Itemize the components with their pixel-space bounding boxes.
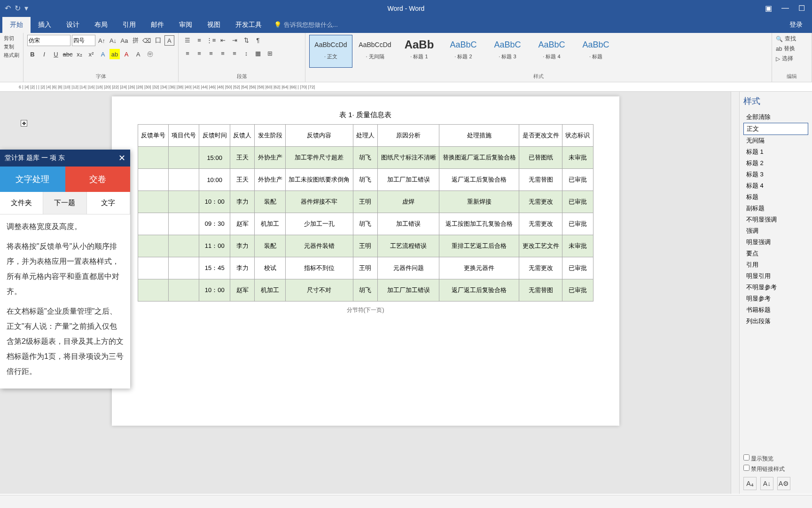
table-cell[interactable]: 返厂返工后复验合格: [439, 279, 519, 302]
distribute-icon[interactable]: ≡: [229, 48, 240, 58]
table-cell[interactable]: 李力: [230, 257, 254, 279]
tab-text-processing[interactable]: 文字处理: [0, 167, 65, 192]
tab-邮件[interactable]: 邮件: [143, 17, 172, 33]
dec-indent-icon[interactable]: ⇤: [218, 35, 228, 45]
table-cell[interactable]: [168, 257, 199, 279]
style-标题 1[interactable]: AaBb· 标题 1: [398, 35, 441, 68]
select-button[interactable]: ▷选择: [776, 55, 808, 63]
table-cell[interactable]: 胡飞: [353, 169, 377, 191]
tab-视图[interactable]: 视图: [200, 17, 228, 33]
table-cell[interactable]: 15:00: [199, 147, 230, 169]
sort-icon[interactable]: ⇅: [241, 35, 251, 45]
table-header[interactable]: 项目代号: [168, 125, 199, 147]
table-header[interactable]: 处理人: [353, 125, 377, 147]
close-icon[interactable]: ✕: [118, 153, 125, 163]
tab-开发工具[interactable]: 开发工具: [228, 17, 269, 33]
table-cell[interactable]: 王天: [230, 169, 254, 191]
find-button[interactable]: 🔍查找: [776, 35, 808, 43]
style-标题 3[interactable]: AaBbC· 标题 3: [486, 35, 529, 68]
style-pane-item[interactable]: 标题 2: [743, 158, 808, 169]
style-pane-item[interactable]: 全部清除: [743, 111, 808, 123]
tab-开始[interactable]: 开始: [2, 17, 31, 33]
table-cell[interactable]: 更改工艺文件: [519, 235, 562, 257]
char-shading-icon[interactable]: A: [133, 49, 143, 59]
highlight-icon[interactable]: ab: [109, 49, 120, 59]
table-cell[interactable]: [168, 169, 199, 191]
shrink-font-icon[interactable]: A↓: [108, 35, 118, 46]
table-cell[interactable]: 重排工艺返工后合格: [439, 235, 519, 257]
table-cell[interactable]: 少加工一孔: [285, 213, 353, 235]
table-cell[interactable]: 已审批: [562, 191, 593, 213]
table-cell[interactable]: 更换元器件: [439, 257, 519, 279]
style-pane-item[interactable]: 不明显强调: [743, 214, 808, 225]
table-cell[interactable]: 元器件问题: [378, 257, 439, 279]
table-header[interactable]: 反馈内容: [285, 125, 353, 147]
numbering-icon[interactable]: ≡: [194, 35, 204, 45]
show-preview-checkbox[interactable]: 显示预览: [743, 454, 808, 463]
clear-format-icon[interactable]: ⌫: [142, 35, 152, 46]
align-center-icon[interactable]: ≡: [194, 48, 204, 58]
table-cell[interactable]: [168, 235, 199, 257]
table-cell[interactable]: 王明: [353, 191, 377, 213]
style-pane-item[interactable]: 标题 1: [743, 146, 808, 158]
qat-dropdown-icon[interactable]: ▾: [24, 4, 28, 13]
bold-icon[interactable]: B: [27, 49, 38, 59]
copy-button[interactable]: 复制: [4, 43, 19, 50]
style-pane-item[interactable]: 书籍标题: [743, 304, 808, 316]
table-row[interactable]: 15:00王天外协生产加工零件尺寸超差胡飞图纸尺寸标注不清晰替换图返厂返工后复验…: [138, 147, 593, 169]
tab-设计[interactable]: 设计: [59, 17, 87, 33]
table-cell[interactable]: 无需更改: [519, 213, 562, 235]
italic-icon[interactable]: I: [39, 49, 49, 59]
table-cell[interactable]: 无需更改: [519, 257, 562, 279]
grow-font-icon[interactable]: A↑: [97, 35, 107, 46]
table-header[interactable]: 处理措施: [439, 125, 519, 147]
vertical-scrollbar[interactable]: [731, 92, 739, 494]
style-inspector-icon[interactable]: A↓: [760, 477, 773, 490]
align-right-icon[interactable]: ≡: [206, 48, 216, 58]
table-cell[interactable]: 替换图返厂返工后复验合格: [439, 147, 519, 169]
redo-icon[interactable]: ↻: [15, 4, 21, 13]
inc-indent-icon[interactable]: ⇥: [229, 35, 240, 45]
phonetic-icon[interactable]: 拼: [131, 35, 141, 46]
table-cell[interactable]: 赵军: [230, 279, 254, 302]
next-question-button[interactable]: 下一题: [43, 192, 86, 214]
table-cell[interactable]: 赵军: [230, 213, 254, 235]
table-cell[interactable]: [168, 213, 199, 235]
table-cell[interactable]: 外协生产: [255, 169, 285, 191]
table-cell[interactable]: 加工错误: [378, 213, 439, 235]
shading-icon[interactable]: ▦: [253, 48, 263, 58]
table-cell[interactable]: 尺寸不对: [285, 279, 353, 302]
overlay-titlebar[interactable]: 堂计算 题库 一 项 东 ✕: [0, 150, 130, 167]
table-cell[interactable]: 装配: [255, 191, 285, 213]
style-正文[interactable]: AaBbCcDd· 正文: [309, 35, 352, 68]
table-cell[interactable]: [138, 147, 168, 169]
quality-table[interactable]: 反馈单号项目代号反馈时间反馈人发生阶段反馈内容处理人原因分析处理措施是否更改文件…: [138, 124, 593, 302]
table-header[interactable]: 反馈单号: [138, 125, 168, 147]
table-cell[interactable]: 元器件装错: [285, 235, 353, 257]
table-move-handle[interactable]: ✥: [21, 120, 27, 127]
table-cell[interactable]: 图纸尺寸标注不清晰: [378, 147, 439, 169]
table-cell[interactable]: 无需替图: [519, 169, 562, 191]
enclose-icon[interactable]: 囗: [153, 35, 163, 46]
table-cell[interactable]: 09：30: [199, 213, 230, 235]
undo-icon[interactable]: ↶: [5, 4, 11, 13]
style-pane-item[interactable]: 明显引用: [743, 270, 808, 282]
table-cell[interactable]: 王天: [230, 147, 254, 169]
line-spacing-icon[interactable]: ↕: [241, 48, 251, 58]
align-left-icon[interactable]: ≡: [182, 48, 193, 58]
font-color-icon[interactable]: A: [121, 49, 132, 59]
table-cell[interactable]: 机加工: [255, 279, 285, 302]
font-name-select[interactable]: [27, 35, 70, 46]
new-style-icon[interactable]: A₄: [743, 477, 757, 490]
table-header[interactable]: 反馈时间: [199, 125, 230, 147]
minimize-icon[interactable]: —: [781, 4, 789, 13]
table-cell[interactable]: [138, 213, 168, 235]
table-cell[interactable]: 无需替图: [519, 279, 562, 302]
table-row[interactable]: 15：45李力校试指标不到位王明元器件问题更换元器件无需更改已审批: [138, 257, 593, 279]
style-pane-item[interactable]: 标题 3: [743, 169, 808, 180]
show-marks-icon[interactable]: ¶: [253, 35, 263, 45]
table-cell[interactable]: 加工零件尺寸超差: [285, 147, 353, 169]
style-pane-item[interactable]: 标题 4: [743, 180, 808, 191]
tell-me-input[interactable]: 💡 告诉我您想做什么...: [274, 21, 338, 29]
table-cell[interactable]: 王明: [353, 235, 377, 257]
